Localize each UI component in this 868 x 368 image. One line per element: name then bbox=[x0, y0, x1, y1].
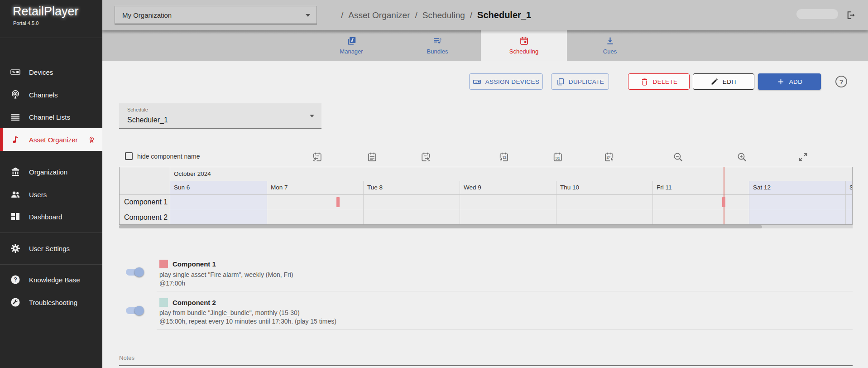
sidebar-item-channel-lists[interactable]: Channel Lists bbox=[0, 106, 102, 128]
component2-toggle[interactable] bbox=[126, 307, 143, 314]
sidebar-item-dashboard[interactable]: Dashboard bbox=[0, 205, 102, 228]
notes-input[interactable] bbox=[119, 365, 853, 366]
app-logo: RetailPlayer bbox=[13, 5, 79, 19]
top-bar: My Organization / Asset Organizer / Sche… bbox=[102, 0, 868, 30]
component2-title: Component 2 bbox=[173, 299, 216, 306]
component1-toggle[interactable] bbox=[126, 269, 143, 276]
schedule-select[interactable]: Schedule Scheduler_1 bbox=[119, 103, 321, 129]
organization-select[interactable]: My Organization bbox=[115, 6, 317, 24]
component2-color-swatch bbox=[159, 298, 168, 307]
day-column-sun-6: Sun 6 bbox=[170, 181, 267, 224]
zoom-out-icon[interactable] bbox=[672, 151, 684, 163]
sidebar-item-channels[interactable]: Channels bbox=[0, 83, 102, 106]
breadcrumb-scheduling[interactable]: Scheduling bbox=[422, 10, 465, 20]
hide-component-name-checkbox[interactable] bbox=[125, 152, 133, 160]
calendar-prev-month-icon[interactable]: 21 bbox=[498, 151, 509, 163]
month-label: October 2024 bbox=[174, 170, 211, 177]
tab-manager[interactable]: Manager bbox=[308, 30, 394, 61]
pencil-icon bbox=[710, 77, 719, 86]
tab-label: Cues bbox=[603, 48, 617, 55]
tab-bundles[interactable]: Bundles bbox=[394, 30, 480, 61]
day-cell[interactable] bbox=[653, 194, 749, 224]
day-header: Fri 11 bbox=[653, 181, 749, 194]
grid-line bbox=[120, 194, 852, 195]
sidebar-item-label: User Settings bbox=[29, 245, 70, 252]
event-marker-component1-mon[interactable] bbox=[336, 197, 340, 207]
devices-icon bbox=[10, 67, 21, 77]
tab-cues[interactable]: Cues bbox=[567, 30, 653, 61]
dashboard-icon bbox=[10, 211, 21, 222]
channels-icon bbox=[10, 89, 21, 100]
day-cell[interactable] bbox=[267, 194, 363, 224]
app-window: My Organization / Asset Organizer / Sche… bbox=[0, 0, 868, 368]
day-cell[interactable] bbox=[846, 194, 853, 224]
day-cell[interactable] bbox=[460, 194, 556, 224]
sidebar-item-users[interactable]: Users bbox=[0, 183, 102, 206]
day-header: Sat 12 bbox=[749, 181, 845, 194]
breadcrumb-separator: / bbox=[415, 10, 417, 20]
breadcrumb-separator: / bbox=[470, 10, 472, 20]
delete-button[interactable]: DELETE bbox=[628, 73, 690, 90]
sidebar-item-label: Dashboard bbox=[29, 213, 62, 221]
event-marker-component1-fri[interactable] bbox=[722, 197, 725, 207]
trash-icon bbox=[640, 77, 649, 86]
day-cell[interactable] bbox=[749, 194, 845, 224]
fullscreen-icon[interactable] bbox=[797, 151, 809, 163]
breadcrumb-asset-organizer[interactable]: Asset Organizer bbox=[348, 10, 410, 20]
plus-icon bbox=[777, 77, 785, 86]
duplicate-button[interactable]: DUPLICATE bbox=[551, 73, 609, 90]
add-button[interactable]: ADD bbox=[758, 73, 821, 90]
component1-color-swatch bbox=[159, 260, 168, 268]
sidebar-item-label: Channel Lists bbox=[29, 113, 70, 121]
edit-button[interactable]: EDIT bbox=[693, 73, 754, 90]
calendar-prev-icon[interactable] bbox=[312, 151, 323, 163]
timeline-scrollbar-thumb[interactable] bbox=[119, 225, 762, 228]
day-cell[interactable] bbox=[170, 194, 267, 224]
sidebar-item-user-settings[interactable]: User Settings bbox=[0, 237, 102, 260]
organization-icon bbox=[10, 166, 21, 177]
help-button[interactable]: ? bbox=[835, 76, 847, 87]
component2-description: play from bundle "Jingle_bundle", monthl… bbox=[159, 309, 300, 316]
schedule-timeline-grid: October 2024 Sun 6 Mon 7 Tue 8 Wed 9 Thu… bbox=[119, 167, 853, 225]
breadcrumb-current: Scheduler_1 bbox=[477, 10, 531, 20]
logout-icon[interactable] bbox=[845, 10, 856, 21]
sidebar: RetailPlayer Portal 4.5.0 Devices Channe… bbox=[0, 0, 102, 368]
tab-label: Bundles bbox=[427, 48, 448, 55]
day-header: Mon 7 bbox=[267, 181, 363, 194]
duplicate-icon bbox=[556, 77, 565, 86]
button-label: ADD bbox=[789, 78, 803, 85]
music-note-icon bbox=[10, 134, 21, 145]
zoom-in-icon[interactable] bbox=[736, 151, 748, 163]
calendar-month-icon[interactable]: 31 bbox=[552, 151, 563, 163]
day-column-mon-7: Mon 7 bbox=[267, 181, 363, 224]
sidebar-item-knowledge-base[interactable]: ? Knowledge Base bbox=[0, 268, 102, 291]
assign-devices-icon bbox=[473, 77, 481, 86]
premium-badge-icon bbox=[88, 136, 96, 144]
chevron-down-icon bbox=[310, 115, 314, 117]
sidebar-item-asset-organizer[interactable]: Asset Organizer bbox=[0, 128, 102, 151]
schedule-select-value: Scheduler_1 bbox=[127, 116, 168, 124]
tab-label: Manager bbox=[340, 48, 363, 55]
legend-divider bbox=[157, 329, 853, 330]
svg-text:?: ? bbox=[14, 276, 17, 283]
component1-title: Component 1 bbox=[173, 260, 216, 268]
day-cell[interactable] bbox=[556, 194, 652, 224]
sidebar-item-label: Troubleshooting bbox=[29, 299, 77, 306]
sidebar-divider bbox=[0, 232, 102, 233]
calendar-next-icon[interactable] bbox=[420, 151, 432, 163]
sidebar-item-organization[interactable]: Organization bbox=[0, 160, 102, 183]
library-music-icon bbox=[347, 36, 356, 46]
calendar-next-month-icon[interactable]: 24 bbox=[604, 151, 615, 163]
button-label: ASSIGN DEVICES bbox=[485, 78, 540, 85]
sidebar-divider bbox=[0, 157, 102, 157]
sidebar-divider bbox=[0, 38, 102, 38]
breadcrumb-separator: / bbox=[341, 10, 343, 20]
calendar-icon[interactable] bbox=[366, 151, 378, 163]
day-cell[interactable] bbox=[364, 194, 460, 224]
day-column-fri-11: Fri 11 bbox=[652, 181, 749, 224]
tab-scheduling[interactable]: Scheduling bbox=[481, 30, 567, 61]
assign-devices-button[interactable]: ASSIGN DEVICES bbox=[469, 73, 543, 90]
sidebar-item-devices[interactable]: Devices bbox=[0, 61, 102, 83]
day-column-sun-13: Su bbox=[845, 181, 853, 224]
sidebar-item-troubleshooting[interactable]: Troubleshooting bbox=[0, 291, 102, 314]
